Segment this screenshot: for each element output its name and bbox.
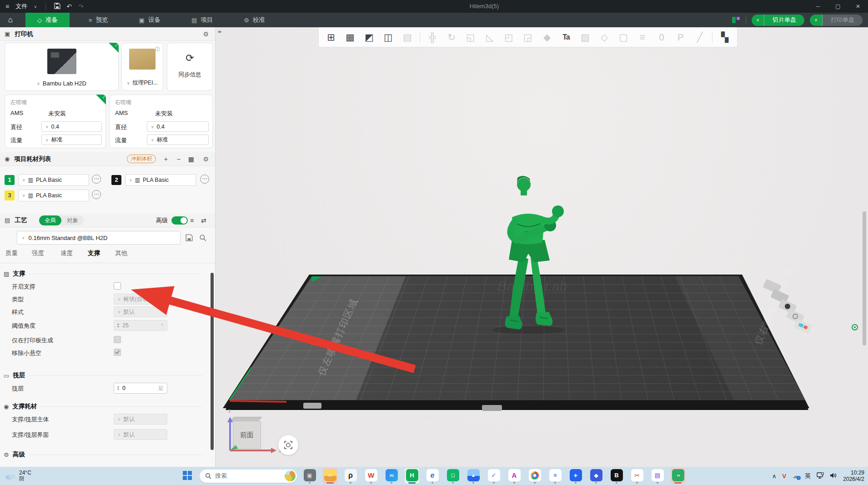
taskbar-app-file-explorer[interactable]: ▭ [323,468,337,484]
add-text-icon[interactable]: Ta [557,33,576,41]
close-button[interactable]: ✕ [848,0,868,13]
seam-zero-icon[interactable]: 0 [652,32,671,43]
cut-icon[interactable]: ◇ [595,32,614,43]
fuzzy-skin-icon[interactable]: ▢ [614,32,633,43]
tab-speed[interactable]: 速度 [60,249,73,257]
taskbar-app-wechat[interactable]: ◖◗ [671,468,685,484]
tab-support[interactable]: 支撑 [88,249,100,257]
enable-support-checkbox[interactable] [114,282,121,290]
move-icon[interactable]: ╬ [423,32,442,43]
segment-global[interactable]: 全局 [39,215,61,225]
taskbar-app-chrome[interactable] [527,468,542,484]
file-menu-chevron-icon[interactable]: ∨ [34,4,37,9]
viewport-scrollbar[interactable] [863,211,866,345]
taskbar-app-wps[interactable]: W [364,468,378,484]
threshold-angle-spinner[interactable]: ▲▼ 25 ° [114,320,167,331]
cloud-tray-icon[interactable]: ☁i [792,472,799,480]
flush-volume-badge[interactable]: 冲刷体积 [127,155,156,163]
support-style-dropdown[interactable]: ∨ 默认 [114,306,167,317]
taskbar-app-cloud-drive[interactable]: + [568,468,583,484]
home-button[interactable]: ⌂ [0,13,21,27]
taskbar-search[interactable]: 搜索 [200,470,297,483]
print-plate-button[interactable]: ∨ 打印单盘 [810,15,863,26]
taskbar-app-a[interactable]: A [507,468,522,484]
support-paint-icon[interactable]: ▧ [576,32,595,43]
maximize-button[interactable]: ▢ [828,0,848,13]
taskbar-app-docs[interactable]: ≡ [548,468,562,484]
network-icon[interactable] [817,472,824,480]
measure-icon[interactable]: ╱ [690,32,709,43]
filament-3-menu-icon[interactable]: ⋯ [92,190,101,199]
rotate-icon[interactable]: ↻ [442,32,461,43]
sync-info-card[interactable]: ⟳ 同步信息 [167,43,213,91]
filament-2-swatch[interactable]: 2 [111,175,121,185]
taskbar-app-screenshot[interactable]: ✂ [630,468,644,484]
flow-dropdown[interactable]: ∨ 标准 [41,135,102,145]
list-view-icon[interactable]: ≡ [190,217,194,224]
remove-filament-icon[interactable]: − [177,155,181,163]
taskbar-app-ai[interactable]: AI [384,468,399,484]
add-filament-icon[interactable]: + [164,155,168,163]
filament-1-swatch[interactable]: 1 [5,175,15,185]
filament-1-dropdown[interactable]: ∨ ▥ PLA Basic [18,174,89,186]
undo-icon[interactable]: ↶ [67,3,72,10]
taskbar-app-rho[interactable]: ρ [343,468,358,484]
save-preset-icon[interactable] [186,234,193,243]
filament-2-menu-icon[interactable]: ⋯ [200,175,209,184]
viewport-3d[interactable]: ◂▸ Bambu Lab 仅左喷嘴打印区域 仅右喷嘴打印区域 [216,27,868,467]
arrange-icon[interactable]: ◫ [379,32,398,43]
diameter-dropdown[interactable]: ∨ 0.4 [41,121,102,132]
color-paint-icon[interactable]: ◆ [537,32,557,43]
search-preset-icon[interactable] [199,234,206,243]
raft-layers-spinner[interactable]: ▲▼ 0 层 [114,383,167,394]
filament-3-swatch[interactable]: 3 [5,190,15,200]
tab-others[interactable]: 其他 [115,249,127,257]
minimize-button[interactable]: ─ [808,0,828,13]
taskbar-app-edge[interactable]: e [425,468,440,484]
printer-settings-gear-icon[interactable]: ⚙ [203,30,209,38]
taskbar-app-archive[interactable]: ▤ [650,468,665,484]
tab-preview[interactable]: ≡ 预览 [77,13,120,27]
tab-device[interactable]: ▣ 设备 [127,13,172,27]
filament-palette-icon[interactable]: ▦ [188,155,194,163]
segment-object[interactable]: 对象 [61,215,84,225]
redo-icon[interactable]: ↷ [78,3,84,10]
taskbar-app-green-store[interactable]: ◻ [446,468,460,484]
tab-project[interactable]: ▤ 项目 [180,13,225,27]
build-plate-card[interactable]: ⓘ ∨纹理PEI... [121,43,163,91]
taskbar-app-task-view[interactable]: ▣ [302,468,317,484]
split-stack-icon[interactable]: ▤ [398,32,417,43]
tab-prepare[interactable]: ◇ 准备 [25,13,70,27]
save-icon[interactable] [54,3,60,10]
diameter-dropdown[interactable]: ∨ 0.4 [147,121,209,132]
tab-quality[interactable]: 质量 [5,249,18,257]
lay-flat-icon[interactable]: ◺ [480,32,499,43]
slice-plate-button[interactable]: ∨ 切片单盘 [752,15,804,26]
taskbar-clock[interactable]: 10:29 2026/4/2 [843,470,864,482]
add-object-icon[interactable]: ⊞ [321,32,341,43]
compare-preset-icon[interactable]: ⇄ [201,217,206,224]
add-plate-icon[interactable]: ▦ [341,32,360,43]
hamburger-menu-icon[interactable]: ≡ [5,3,9,10]
tab-calibrate[interactable]: ⚙ 校准 [232,13,277,27]
print-options-chevron-icon[interactable]: ∨ [810,15,823,26]
taskbar-app-blue-v[interactable]: ✓ [487,468,501,484]
layer-height-icon[interactable]: ≡ [633,32,652,43]
spinner-arrows-icon[interactable]: ▲▼ [114,385,122,391]
wps-tray-icon[interactable]: V [783,473,787,480]
flow-dropdown[interactable]: ∨ 标准 [147,135,209,145]
input-language-indicator[interactable]: 英 [805,472,811,480]
taskbar-app-photos[interactable]: ▲ [466,468,481,484]
remove-small-overhangs-checkbox[interactable] [114,349,121,356]
navigation-cube[interactable]: 前面 z x [226,411,286,457]
file-menu[interactable]: 文件 [15,2,27,10]
assembly-icon[interactable]: ▚ [715,32,734,43]
seam-p-icon[interactable]: P [671,32,690,43]
filament-settings-gear-icon[interactable]: ⚙ [203,155,209,163]
plate-only-checkbox[interactable] [114,336,121,343]
preset-dropdown[interactable]: ∨ 0.16mm Standard @BBL H2D [17,231,181,245]
weather-widget[interactable]: 24°C 阴 [0,470,82,482]
start-button[interactable] [182,470,192,482]
tray-expand-icon[interactable]: ∧ [772,473,777,480]
filament-1-menu-icon[interactable]: ⋯ [92,175,101,184]
